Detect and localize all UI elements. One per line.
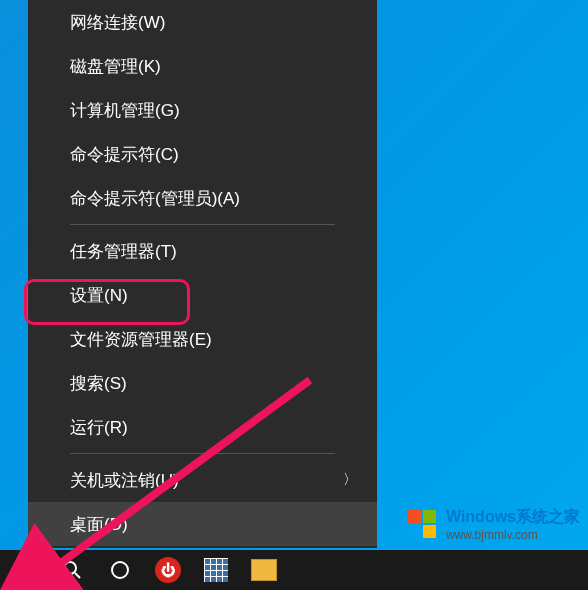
watermark-url: www.bjmmlv.com: [446, 528, 580, 542]
menu-item-command-prompt-admin[interactable]: 命令提示符(管理员)(A): [28, 176, 377, 220]
svg-rect-4: [408, 525, 421, 538]
taskbar: ⏻: [0, 550, 588, 590]
app-icon: [251, 559, 277, 581]
desktop-background: 网络连接(W) 磁盘管理(K) 计算机管理(G) 命令提示符(C) 命令提示符(…: [0, 0, 588, 590]
svg-point-10: [64, 562, 76, 574]
menu-label: 磁盘管理(K): [70, 55, 161, 78]
svg-rect-3: [423, 510, 436, 523]
start-button[interactable]: [0, 550, 48, 590]
menu-item-network-connections[interactable]: 网络连接(W): [28, 0, 377, 44]
svg-line-11: [75, 573, 80, 578]
svg-rect-9: [25, 571, 33, 579]
menu-separator: [70, 453, 335, 454]
menu-label: 文件资源管理器(E): [70, 328, 212, 351]
cortana-icon: [111, 561, 129, 579]
chevron-right-icon: 〉: [343, 471, 357, 489]
menu-label: 关机或注销(U): [70, 469, 179, 492]
svg-rect-5: [423, 525, 436, 538]
taskbar-app-3[interactable]: [240, 550, 288, 590]
winx-context-menu: 网络连接(W) 磁盘管理(K) 计算机管理(G) 命令提示符(C) 命令提示符(…: [28, 0, 377, 548]
search-icon: [62, 560, 82, 580]
menu-label: 任务管理器(T): [70, 240, 177, 263]
windows-start-icon: [15, 561, 33, 579]
svg-rect-7: [25, 561, 33, 569]
menu-separator: [70, 224, 335, 225]
menu-label: 计算机管理(G): [70, 99, 180, 122]
taskbar-cortana-button[interactable]: [96, 550, 144, 590]
taskbar-app-1[interactable]: ⏻: [144, 550, 192, 590]
taskbar-search-button[interactable]: [48, 550, 96, 590]
menu-item-run[interactable]: 运行(R): [28, 405, 377, 449]
watermark: Windows系统之家 www.bjmmlv.com: [404, 506, 580, 542]
menu-item-shutdown-signout[interactable]: 关机或注销(U) 〉: [28, 458, 377, 502]
menu-item-settings[interactable]: 设置(N): [28, 273, 377, 317]
menu-item-task-manager[interactable]: 任务管理器(T): [28, 229, 377, 273]
menu-label: 搜索(S): [70, 372, 127, 395]
menu-item-file-explorer[interactable]: 文件资源管理器(E): [28, 317, 377, 361]
menu-item-desktop[interactable]: 桌面(D): [28, 502, 377, 546]
menu-label: 命令提示符(管理员)(A): [70, 187, 240, 210]
taskbar-app-2[interactable]: [192, 550, 240, 590]
svg-rect-8: [15, 571, 23, 579]
menu-item-search[interactable]: 搜索(S): [28, 361, 377, 405]
app-icon: [204, 558, 228, 582]
menu-item-disk-management[interactable]: 磁盘管理(K): [28, 44, 377, 88]
svg-rect-2: [408, 510, 421, 523]
menu-label: 命令提示符(C): [70, 143, 179, 166]
app-icon: ⏻: [155, 557, 181, 583]
menu-item-computer-management[interactable]: 计算机管理(G): [28, 88, 377, 132]
svg-rect-6: [15, 561, 23, 569]
menu-label: 桌面(D): [70, 513, 128, 536]
menu-item-command-prompt[interactable]: 命令提示符(C): [28, 132, 377, 176]
menu-label: 设置(N): [70, 284, 128, 307]
windows-logo-icon: [404, 506, 440, 542]
menu-label: 运行(R): [70, 416, 128, 439]
menu-label: 网络连接(W): [70, 11, 165, 34]
watermark-title: Windows系统之家: [446, 507, 580, 528]
